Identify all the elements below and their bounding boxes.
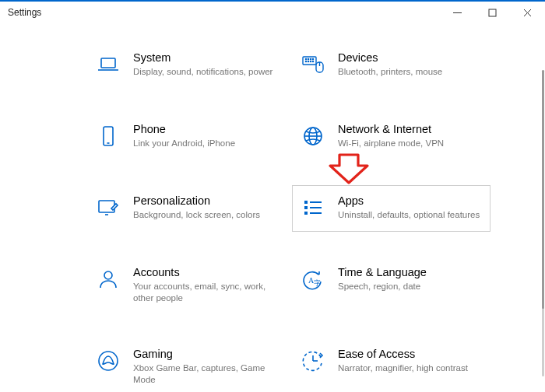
svg-line-34 [318,274,319,275]
svg-rect-22 [99,201,114,212]
svg-rect-4 [101,58,115,68]
svg-rect-24 [304,201,308,204]
tile-network[interactable]: Network & Internet Wi-Fi, airplane mode,… [292,114,490,160]
tile-label: Ease of Access [338,347,480,362]
svg-rect-6 [303,57,316,65]
svg-point-8 [308,58,308,59]
svg-point-13 [310,61,311,61]
gaming-icon [94,347,122,375]
minimize-button[interactable] [440,2,475,23]
ease-of-access-icon [299,347,327,375]
tile-label: Apps [338,194,480,208]
laptop-icon [94,51,122,79]
tile-desc: Wi-Fi, airplane mode, VPN [338,138,480,150]
svg-point-35 [99,352,118,370]
tile-label: Time & Language [338,265,480,280]
tile-label: Devices [338,51,480,65]
svg-point-10 [312,58,313,59]
tile-label: System [133,51,276,65]
globe-icon [299,122,327,150]
svg-point-30 [104,271,112,279]
apps-list-icon [299,194,327,222]
tile-desc: Narrator, magnifier, high contrast [338,362,480,375]
svg-point-11 [305,61,306,61]
svg-point-12 [308,61,308,61]
svg-point-7 [305,58,306,59]
tile-label: Accounts [133,265,276,280]
settings-grid: System Display, sound, notifications, po… [0,23,545,392]
tile-time-language[interactable]: A 字 Time & Language Speech, region, date [292,257,490,313]
tile-label: Personalization [133,194,276,208]
person-icon [94,265,122,293]
tile-desc: Uninstall, defaults, optional features [338,209,480,222]
tile-label: Gaming [133,347,276,362]
svg-rect-1 [489,9,496,16]
tile-desc: Bluetooth, printers, mouse [338,66,480,79]
maximize-button[interactable] [475,2,510,23]
tile-devices[interactable]: Devices Bluetooth, printers, mouse [292,42,490,89]
personalization-icon [94,194,122,222]
tile-apps[interactable]: Apps Uninstall, defaults, optional featu… [292,185,490,232]
svg-point-9 [310,58,311,59]
tile-label: Phone [133,122,276,137]
svg-rect-26 [304,206,308,209]
devices-icon [299,51,327,79]
tile-accounts[interactable]: Accounts Your accounts, email, sync, wor… [87,257,286,313]
tile-desc: Display, sound, notifications, power [133,66,276,79]
tile-desc: Background, lock screen, colors [133,209,276,222]
svg-rect-28 [304,212,308,215]
time-language-icon: A 字 [299,265,327,293]
tile-gaming[interactable]: Gaming Xbox Game Bar, captures, Game Mod… [87,338,286,392]
scrollbar[interactable] [542,70,544,376]
svg-point-14 [312,61,313,61]
svg-text:字: 字 [314,279,321,287]
content-area: System Display, sound, notifications, po… [0,23,545,392]
tile-desc: Your accounts, email, sync, work, other … [133,281,276,305]
tile-desc: Speech, region, date [338,281,480,293]
window-title: Settings [8,7,440,18]
tile-label: Network & Internet [338,122,480,137]
phone-icon [94,122,122,150]
title-bar: Settings [0,0,545,23]
close-button[interactable] [510,2,545,23]
tile-ease-of-access[interactable]: Ease of Access Narrator, magnifier, high… [292,338,490,392]
tile-desc: Xbox Game Bar, captures, Game Mode [133,362,276,387]
tile-personalization[interactable]: Personalization Background, lock screen,… [87,185,286,232]
tile-system[interactable]: System Display, sound, notifications, po… [87,42,286,89]
tile-phone[interactable]: Phone Link your Android, iPhone [87,114,286,160]
tile-desc: Link your Android, iPhone [133,138,276,150]
